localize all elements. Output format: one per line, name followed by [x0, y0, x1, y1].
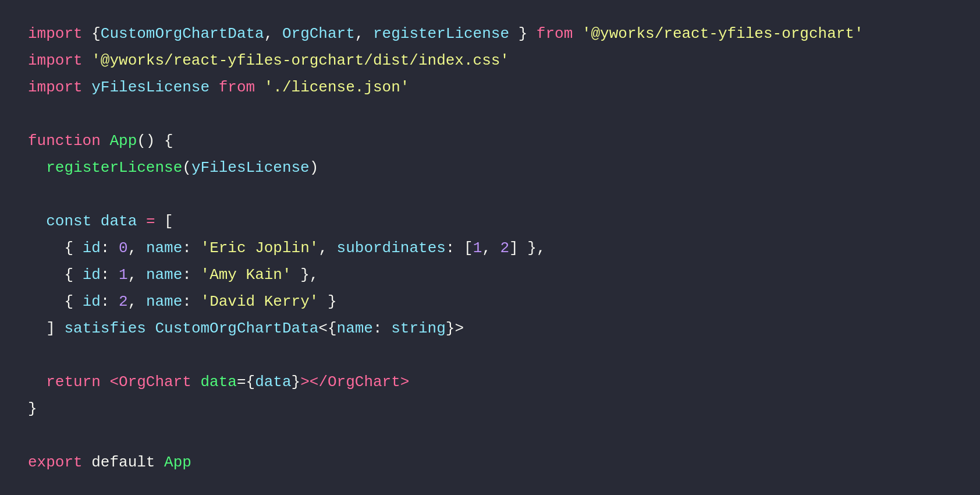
code-line [28, 182, 952, 208]
code-token: , [128, 262, 146, 289]
code-token: import [28, 48, 83, 75]
code-token: 0 [119, 235, 128, 262]
code-token [73, 289, 83, 316]
code-token: 'Eric Joplin' [201, 235, 319, 262]
code-token: } [519, 21, 528, 48]
code-token: name [337, 316, 373, 342]
code-token: OrgChart [282, 21, 355, 48]
code-line: ] satisfies CustomOrgChartData<{name: st… [28, 316, 952, 342]
code-token: CustomOrgChartData [155, 316, 318, 342]
code-line: registerLicense(yFilesLicense) [28, 155, 952, 182]
code-token [83, 450, 92, 476]
code-token: [ [464, 235, 473, 262]
code-token: CustomOrgChartData [101, 21, 264, 48]
code-token: 'Amy Kain' [201, 262, 292, 289]
code-token: } [28, 396, 37, 423]
code-token: , [128, 289, 146, 316]
code-token: 2 [119, 289, 128, 316]
code-token [191, 369, 201, 396]
code-line: import yFilesLicense from './license.jso… [28, 75, 952, 101]
code-token: = [146, 208, 155, 235]
code-token: registerLicense [373, 21, 509, 48]
code-token [255, 75, 264, 101]
code-line: } [28, 396, 952, 423]
code-editor: import {CustomOrgChartData, OrgChart, re… [0, 0, 980, 495]
code-token [55, 316, 65, 342]
code-line [28, 423, 952, 450]
code-token [28, 316, 46, 342]
code-token: satisfies [64, 316, 145, 342]
code-token: , [264, 21, 282, 48]
code-token: }, [527, 235, 545, 262]
code-token: : [182, 262, 200, 289]
code-token: , [318, 235, 336, 262]
code-line: { id: 1, name: 'Amy Kain' }, [28, 262, 952, 289]
code-token: <{ [318, 316, 336, 342]
code-line: { id: 0, name: 'Eric Joplin', subordinat… [28, 235, 952, 262]
code-token: : [182, 289, 200, 316]
code-line: import '@yworks/react-yfiles-orgchart/di… [28, 48, 952, 75]
code-token: [ [164, 208, 173, 235]
code-token: id [83, 289, 101, 316]
code-token: 1 [473, 235, 482, 262]
code-token: ] [46, 316, 55, 342]
code-token: , [482, 235, 500, 262]
code-token [83, 48, 92, 75]
code-token: { [64, 262, 73, 289]
code-token: import [28, 21, 83, 48]
code-token [91, 208, 101, 235]
code-token: data [255, 369, 291, 396]
code-token [146, 316, 155, 342]
code-token: id [83, 235, 101, 262]
code-token: <OrgChart [109, 369, 191, 396]
code-token: default [91, 450, 155, 476]
code-line [28, 101, 952, 128]
code-token: : [101, 289, 119, 316]
code-token [28, 155, 46, 182]
code-token: = [237, 369, 246, 396]
code-token: './license.json' [264, 75, 410, 101]
code-token: , [355, 21, 373, 48]
code-token: id [83, 262, 101, 289]
code-token: , [128, 235, 146, 262]
code-token: ( [182, 155, 191, 182]
code-token: : [446, 235, 464, 262]
code-token [527, 21, 537, 48]
code-token: ] [509, 235, 519, 262]
code-token: '@yworks/react-yfiles-orgchart/dist/inde… [91, 48, 509, 75]
code-token: function [28, 128, 101, 155]
code-token: export [28, 450, 83, 476]
code-token [519, 235, 528, 262]
code-line: export default App [28, 450, 952, 476]
code-token [210, 75, 219, 101]
code-token: }> [446, 316, 464, 342]
code-token: name [146, 289, 182, 316]
code-token [101, 369, 110, 396]
code-token: 1 [119, 262, 128, 289]
code-token [83, 21, 92, 48]
code-token: : [182, 235, 200, 262]
code-token [83, 75, 92, 101]
code-token: yFilesLicense [191, 155, 310, 182]
code-token: data [101, 208, 137, 235]
code-token: () { [137, 128, 173, 155]
code-line: return <OrgChart data={data}></OrgChart> [28, 369, 952, 396]
code-token [73, 235, 83, 262]
code-token [155, 450, 164, 476]
code-line: import {CustomOrgChartData, OrgChart, re… [28, 21, 952, 48]
code-token: const [46, 208, 91, 235]
code-token: } [328, 289, 337, 316]
code-token: import [28, 75, 83, 101]
code-token [101, 128, 110, 155]
code-token: { [246, 369, 255, 396]
code-token: string [391, 316, 446, 342]
code-token [137, 208, 146, 235]
code-token [28, 208, 46, 235]
code-token: App [164, 450, 191, 476]
code-token: from [537, 21, 573, 48]
code-token: subordinates [337, 235, 446, 262]
code-token [73, 262, 83, 289]
code-token: : [101, 235, 119, 262]
code-token: : [101, 262, 119, 289]
code-token: { [64, 235, 73, 262]
